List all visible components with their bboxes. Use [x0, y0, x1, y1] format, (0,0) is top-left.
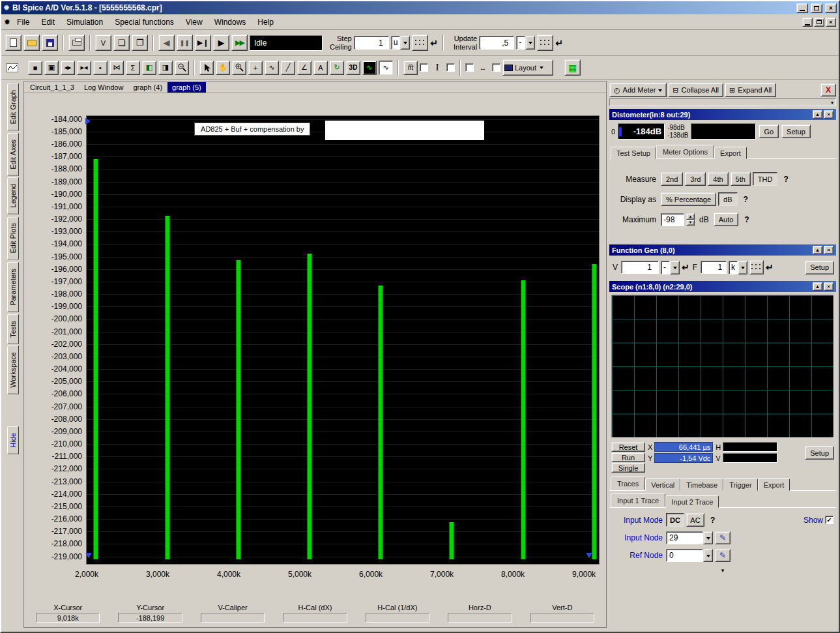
chevron-down-icon[interactable]	[738, 261, 747, 274]
ref-node-probe-button[interactable]: ✎	[715, 549, 731, 562]
expand-all-button[interactable]: ⊞ Expand All	[725, 83, 776, 97]
run-button[interactable]: Run	[611, 452, 645, 462]
maximum-input[interactable]	[661, 213, 684, 226]
menu-item-simulation[interactable]: Simulation	[61, 16, 108, 29]
section-close-button[interactable]: ×	[824, 110, 833, 119]
auto-button[interactable]: Auto	[714, 213, 739, 226]
measure-3rd-button[interactable]: 3rd	[685, 172, 706, 186]
print-button[interactable]	[68, 35, 85, 51]
side-tab-parameters[interactable]: Parameters	[7, 262, 19, 312]
select-cursor-icon[interactable]	[199, 61, 214, 75]
pause-button[interactable]: ❚❚	[177, 35, 193, 51]
side-tab-workspace[interactable]: Workspace	[7, 346, 19, 394]
smooth-curve-icon[interactable]: ∿	[265, 61, 279, 75]
frequency-apply-icon[interactable]: ↵	[766, 262, 774, 272]
step-apply-icon[interactable]: ↵	[430, 38, 438, 48]
filled-square-icon[interactable]: ■	[28, 61, 42, 75]
markers-icon[interactable]: ⋈	[109, 61, 124, 75]
play-button[interactable]: ▶	[213, 35, 229, 51]
help-icon[interactable]: ?	[783, 175, 788, 184]
rewind-button[interactable]: ◀	[158, 35, 175, 51]
new-file-button[interactable]	[5, 35, 22, 51]
panel-close-button[interactable]: X	[820, 83, 836, 96]
probe-icon[interactable]: V	[95, 35, 111, 51]
side-tab-edit-graph[interactable]: Edit Graph	[7, 83, 19, 131]
panel-bottom-dropdown[interactable]: ▾	[609, 565, 836, 574]
zoom-out-icon[interactable]	[175, 61, 189, 75]
maximum-spinner[interactable]: ▲▼	[686, 213, 695, 226]
paste-icon[interactable]: ❐	[132, 35, 148, 51]
measure-checkbox[interactable]	[465, 63, 474, 72]
plot-light-icon[interactable]: ∿	[379, 61, 393, 75]
expand-horizontal-icon[interactable]: ◂▸	[61, 61, 75, 75]
fft-button[interactable]: fft	[403, 61, 418, 75]
workspace-grid-button[interactable]: ▦	[564, 59, 581, 76]
voltage-input[interactable]	[621, 261, 659, 274]
voltage-apply-icon[interactable]: ↵	[682, 262, 689, 272]
pan-hand-icon[interactable]: ✋	[216, 61, 230, 75]
side-tab-edit-plots[interactable]: Edit Plots	[7, 216, 19, 259]
help-icon[interactable]: ?	[744, 195, 748, 204]
add-meter-button[interactable]: ◴ Add Meter	[609, 83, 667, 97]
mdi-minimize-button[interactable]	[802, 18, 813, 27]
tab-graph-4[interactable]: graph (4)	[128, 82, 167, 93]
section-close-button[interactable]: ×	[824, 246, 833, 254]
mdi-restore-button[interactable]	[814, 18, 824, 27]
interval-unit-combo[interactable]: -	[516, 36, 535, 50]
mini-graph-icon[interactable]	[5, 61, 20, 75]
update-interval-input[interactable]	[479, 36, 514, 50]
right-pane-icon[interactable]: ◨	[158, 61, 173, 75]
tab-vertical[interactable]: Vertical	[645, 478, 680, 491]
menu-item-windows[interactable]: Windows	[209, 16, 252, 29]
step-fine-adjust-button[interactable]	[412, 35, 428, 51]
snap-checkbox[interactable]	[492, 63, 500, 72]
tab-graph-5[interactable]: graph (5)	[167, 82, 206, 93]
sum-icon[interactable]: Σ	[126, 61, 140, 75]
copy-icon[interactable]: ❏	[113, 35, 130, 51]
tab-circuit[interactable]: Circuit_1_1_3	[25, 82, 79, 93]
mdi-close-button[interactable]: ×	[826, 18, 836, 27]
input-node-combo[interactable]: 29	[666, 531, 713, 544]
go-button[interactable]: Go	[759, 125, 779, 138]
plot-area[interactable]: AD825 + Buf + compensation by -184,000-1…	[86, 115, 600, 565]
tab-timebase[interactable]: Timebase	[680, 478, 723, 491]
help-icon[interactable]: ?	[744, 215, 749, 224]
scope-setup-button[interactable]: Setup	[805, 446, 834, 460]
crosshair-icon[interactable]: +	[248, 61, 263, 75]
function-gen-setup-button[interactable]: Setup	[805, 261, 834, 274]
cursor-right-checkbox[interactable]	[446, 63, 455, 72]
tab-test-setup[interactable]: Test Setup	[611, 147, 656, 159]
measure-4th-button[interactable]: 4th	[708, 172, 728, 186]
save-button[interactable]	[42, 35, 58, 51]
frequency-input[interactable]	[701, 261, 727, 274]
measure-5th-button[interactable]: 5th	[731, 172, 751, 186]
tab-scope-export[interactable]: Export	[758, 478, 790, 491]
rollup-button[interactable]: ▴	[813, 282, 822, 291]
measure-2nd-button[interactable]: 2nd	[661, 172, 683, 186]
frequency-unit-combo[interactable]: k	[729, 261, 747, 274]
voltage-unit-combo[interactable]: -	[661, 261, 680, 274]
chevron-down-icon[interactable]	[400, 36, 410, 50]
tab-input-2-trace[interactable]: Input 2 Trace	[665, 495, 719, 508]
menu-item-file[interactable]: File	[12, 16, 35, 29]
slope-icon[interactable]: ╱	[281, 61, 295, 75]
rollup-button[interactable]: ▴	[813, 110, 822, 119]
side-tab-tests[interactable]: Tests	[7, 314, 19, 344]
minimize-button[interactable]	[796, 3, 808, 13]
input-node-probe-button[interactable]: ✎	[715, 531, 731, 544]
rollup-button[interactable]: ▴	[813, 246, 822, 254]
open-file-button[interactable]	[23, 35, 40, 51]
nested-square-icon[interactable]: ▣	[44, 61, 59, 75]
step-button[interactable]: ▶❙	[195, 35, 211, 51]
shelf-dropdown-icon[interactable]: ▾	[831, 100, 833, 106]
chevron-down-icon[interactable]	[703, 531, 713, 544]
tab-meter-options[interactable]: Meter Options	[656, 145, 714, 158]
show-checkbox[interactable]: ✓	[825, 516, 833, 524]
tab-input-1-trace[interactable]: Input 1 Trace	[611, 493, 665, 507]
interval-apply-icon[interactable]: ↵	[555, 38, 563, 48]
zoom-in-icon[interactable]	[232, 61, 246, 75]
tab-export[interactable]: Export	[714, 147, 747, 159]
side-tab-hide[interactable]: Hide	[7, 426, 19, 454]
refresh-button[interactable]: ↻	[330, 61, 344, 75]
tab-traces[interactable]: Traces	[611, 477, 645, 490]
